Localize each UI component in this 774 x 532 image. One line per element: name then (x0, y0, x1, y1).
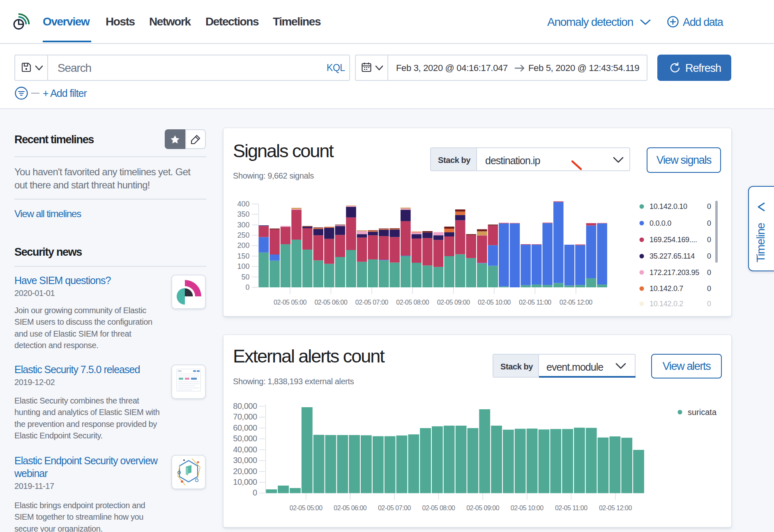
svg-text:10,000: 10,000 (233, 477, 257, 486)
svg-text:02-05 11:00: 02-05 11:00 (519, 299, 551, 306)
svg-text:02-05 10:00: 02-05 10:00 (478, 299, 511, 306)
svg-text:300: 300 (237, 221, 250, 229)
svg-text:02-05 07:00: 02-05 07:00 (355, 299, 389, 306)
svg-text:0: 0 (707, 252, 711, 260)
svg-text:169.254.169....: 169.254.169.... (650, 236, 697, 244)
svg-text:10.142.0.10: 10.142.0.10 (650, 202, 687, 211)
svg-text:0.0.0.0: 0.0.0.0 (650, 219, 671, 227)
svg-text:02-05 08:00: 02-05 08:00 (422, 504, 456, 511)
svg-text:40,000: 40,000 (233, 445, 257, 454)
svg-text:0: 0 (246, 283, 250, 291)
svg-text:02-05 12:00: 02-05 12:00 (560, 299, 593, 306)
svg-text:10.142.0.2: 10.142.0.2 (650, 300, 683, 308)
svg-text:02-05 05:00: 02-05 05:00 (290, 504, 323, 511)
svg-text:400: 400 (237, 200, 250, 208)
svg-text:172.217.203.95: 172.217.203.95 (650, 268, 699, 277)
svg-text:02-05 10:00: 02-05 10:00 (511, 504, 544, 511)
svg-text:0: 0 (707, 300, 711, 308)
svg-text:02-05 07:00: 02-05 07:00 (378, 504, 411, 511)
svg-text:100: 100 (237, 262, 250, 271)
svg-text:02-05 06:00: 02-05 06:00 (334, 504, 367, 511)
svg-text:02-05 05:00: 02-05 05:00 (274, 299, 307, 306)
svg-text:0: 0 (707, 284, 711, 293)
svg-text:02-05 12:00: 02-05 12:00 (599, 504, 632, 511)
svg-text:30,000: 30,000 (233, 456, 257, 465)
svg-text:suricata: suricata (688, 408, 717, 417)
svg-text:02-05 09:00: 02-05 09:00 (466, 504, 500, 511)
svg-text:0: 0 (707, 268, 711, 277)
svg-text:02-05 11:00: 02-05 11:00 (555, 504, 587, 511)
svg-text:50,000: 50,000 (233, 434, 257, 443)
svg-text:250: 250 (237, 231, 250, 239)
svg-text:80,000: 80,000 (233, 401, 257, 410)
svg-text:150: 150 (237, 252, 250, 260)
svg-text:200: 200 (237, 241, 250, 250)
svg-text:60,000: 60,000 (233, 423, 257, 432)
svg-text:0: 0 (707, 202, 711, 211)
svg-text:50: 50 (242, 273, 250, 281)
svg-text:70,000: 70,000 (233, 412, 257, 421)
svg-text:0: 0 (707, 219, 711, 227)
svg-text:02-05 08:00: 02-05 08:00 (396, 299, 429, 306)
svg-text:35.227.65.114: 35.227.65.114 (650, 252, 695, 260)
svg-text:10.142.0.7: 10.142.0.7 (650, 284, 683, 293)
svg-text:20,000: 20,000 (233, 467, 257, 476)
svg-text:02-05 09:00: 02-05 09:00 (437, 299, 470, 306)
svg-text:350: 350 (237, 210, 250, 218)
svg-text:02-05 06:00: 02-05 06:00 (314, 299, 348, 306)
svg-text:0: 0 (707, 236, 711, 244)
svg-text:0: 0 (253, 488, 257, 497)
